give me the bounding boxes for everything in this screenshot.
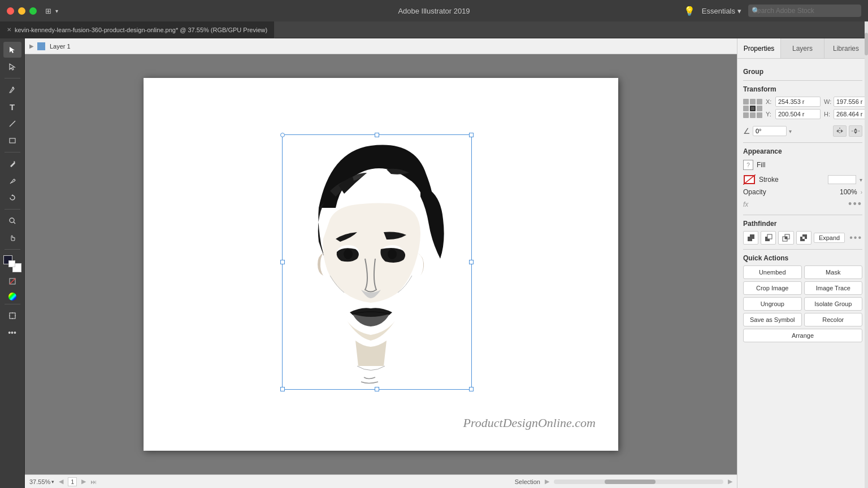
tab-libraries[interactable]: Libraries — [824, 38, 868, 58]
brush-tool[interactable] — [3, 173, 21, 189]
layer-arrow-icon: ▶ — [29, 43, 34, 49]
stroke-swatch[interactable] — [828, 175, 856, 184]
search-stock-input[interactable] — [748, 5, 861, 17]
color-wheel-icon[interactable] — [8, 293, 16, 300]
recolor-button[interactable]: Recolor — [804, 313, 863, 326]
mask-button[interactable]: Mask — [804, 265, 863, 279]
svg-rect-36 — [802, 237, 805, 239]
title-right: 💡 Essentials ▾ 🔍 — [684, 5, 861, 17]
crop-image-button[interactable]: Crop Image — [743, 281, 802, 295]
svg-line-3 — [10, 121, 15, 127]
isolate-group-button[interactable]: Isolate Group — [804, 297, 863, 311]
appearance-section: Appearance ? Fill Strok — [743, 147, 862, 210]
ungroup-button[interactable]: Ungroup — [743, 297, 802, 311]
angle-row: ∠ ▾ — [743, 125, 862, 137]
lightbulb-icon[interactable]: 💡 — [684, 6, 695, 16]
rotate-tool[interactable] — [3, 190, 21, 206]
svg-rect-28 — [750, 234, 754, 239]
artboard-arrow[interactable]: ▶ — [545, 478, 549, 485]
w-label: W: — [824, 98, 832, 105]
stroke-chevron[interactable]: ▾ — [860, 177, 862, 183]
close-button[interactable] — [7, 7, 14, 15]
direct-selection-tool[interactable] — [3, 59, 21, 75]
hand-tool[interactable] — [3, 230, 21, 246]
w-input[interactable] — [834, 97, 868, 107]
pathfinder-exclude[interactable] — [796, 231, 811, 245]
selection-handle-tr[interactable] — [469, 133, 474, 137]
layer-color-swatch — [37, 42, 45, 50]
page-input[interactable]: 1 — [68, 477, 77, 486]
panel-content: Group Transform — [737, 59, 868, 488]
pathfinder-more-button[interactable]: ••• — [849, 233, 862, 243]
image-trace-button[interactable]: Image Trace — [804, 281, 863, 295]
color-swatches[interactable] — [3, 255, 21, 272]
selection-handle-mr[interactable] — [469, 260, 474, 264]
angle-input[interactable] — [753, 126, 787, 136]
canvas-area: ▶ Layer 1 — [25, 38, 737, 488]
artboard: ProductDesignOnline.com — [144, 78, 618, 451]
prev-page-icon[interactable]: ◀ — [59, 478, 63, 485]
zoom-tool[interactable] — [3, 213, 21, 229]
close-icon[interactable]: ✕ — [7, 27, 11, 33]
appearance-label: Appearance — [743, 147, 862, 155]
transform-origin-grid[interactable] — [743, 99, 762, 118]
rectangle-tool[interactable] — [3, 133, 21, 149]
panel-tabs: Properties Layers Libraries — [737, 38, 868, 59]
more-tools[interactable]: ••• — [3, 325, 21, 341]
svg-rect-30 — [767, 234, 772, 239]
flip-horizontal-button[interactable] — [833, 125, 847, 137]
x-input[interactable] — [775, 97, 821, 107]
essentials-button[interactable]: Essentials ▾ — [702, 7, 741, 15]
pathfinder-intersect[interactable] — [778, 231, 793, 245]
angle-chevron[interactable]: ▾ — [789, 128, 792, 134]
zoom-value: 37.55% — [29, 478, 50, 485]
save-as-symbol-button[interactable]: Save as Symbol — [743, 313, 802, 326]
toolbar-left: T — [0, 38, 25, 488]
arrange-button[interactable]: Arrange — [743, 329, 862, 342]
opacity-chevron[interactable]: › — [861, 189, 862, 195]
window-grid-icon[interactable]: ⊞ — [45, 7, 51, 15]
zoom-display: 37.55% ▾ — [29, 478, 54, 485]
more-options-button[interactable]: ••• — [848, 198, 862, 210]
flip-vertical-button[interactable] — [849, 125, 862, 137]
pathfinder-unite[interactable] — [743, 231, 758, 245]
flip-buttons — [833, 125, 862, 137]
transform-label: Transform — [743, 85, 862, 93]
h-input[interactable] — [834, 109, 868, 119]
minimize-button[interactable] — [18, 7, 25, 15]
pathfinder-expand-button[interactable]: Expand — [814, 233, 845, 243]
unembed-button[interactable]: Unembed — [743, 265, 802, 279]
scroll-right-icon[interactable]: ▶ — [728, 478, 732, 485]
line-tool[interactable] — [3, 116, 21, 132]
window-chevron-icon[interactable]: ▾ — [55, 8, 58, 14]
last-page-icon[interactable]: ⏭ — [90, 478, 97, 485]
tab-properties[interactable]: Properties — [737, 38, 781, 58]
pencil-tool[interactable] — [3, 156, 21, 172]
none-color[interactable] — [3, 273, 21, 289]
canvas-container[interactable]: ProductDesignOnline.com — [25, 54, 737, 474]
zoom-chevron[interactable]: ▾ — [51, 479, 54, 485]
pathfinder-minus-front[interactable] — [761, 231, 776, 245]
svg-rect-10 — [10, 313, 15, 319]
tabbar: ✕ kevin-kennedy-learn-fusion-360-product… — [0, 21, 868, 38]
next-page-icon[interactable]: ▶ — [81, 478, 86, 485]
pen-tool[interactable] — [3, 82, 21, 98]
svg-marker-24 — [854, 132, 857, 134]
svg-point-16 — [344, 249, 353, 259]
stroke-icon[interactable] — [743, 175, 756, 185]
selection-tool[interactable] — [3, 42, 21, 58]
selection-handle-br[interactable] — [469, 387, 474, 391]
y-input[interactable] — [775, 109, 821, 119]
maximize-button[interactable] — [29, 7, 37, 15]
document-tab[interactable]: ✕ kevin-kennedy-learn-fusion-360-product… — [0, 21, 275, 38]
scrollbar[interactable] — [865, 38, 868, 488]
scrollbar-track[interactable] — [554, 480, 723, 484]
svg-line-9 — [10, 278, 15, 284]
artboard-tool[interactable] — [3, 308, 21, 324]
fill-icon[interactable]: ? — [743, 160, 753, 170]
scrollbar-thumb[interactable] — [865, 38, 868, 55]
type-tool[interactable]: T — [3, 99, 21, 115]
tab-layers[interactable]: Layers — [781, 38, 824, 58]
fill-label: Fill — [757, 161, 862, 169]
titlebar: ⊞ ▾ Adobe Illustrator 2019 💡 Essentials … — [0, 0, 868, 21]
